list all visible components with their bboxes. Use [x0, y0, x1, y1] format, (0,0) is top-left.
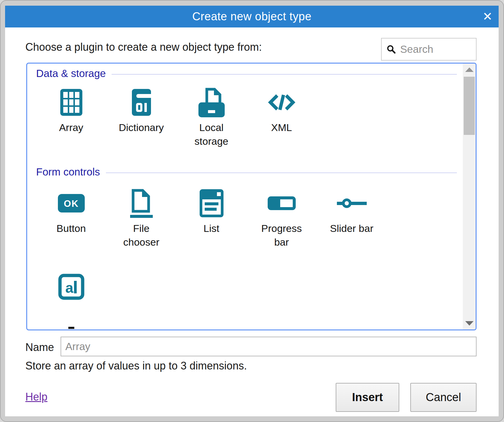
plugin-label: File chooser [115, 222, 168, 249]
close-icon[interactable]: ✕ [483, 10, 493, 22]
cancel-button[interactable]: Cancel [410, 383, 477, 412]
name-input[interactable] [61, 337, 477, 356]
category-label: Form controls [36, 166, 100, 178]
array-icon [60, 89, 82, 116]
plugin-label: List [204, 222, 219, 235]
insert-button[interactable]: Insert [336, 383, 399, 412]
plugin-label: Dictionary [119, 121, 164, 135]
svg-text:OK: OK [64, 198, 79, 209]
plugin-label: Local storage [185, 121, 238, 148]
category-divider-line [106, 173, 457, 173]
plugin-item-text-input[interactable]: a [36, 272, 106, 329]
plugin-item-slider-bar[interactable]: Slider bar [317, 189, 387, 262]
cut-off-label [68, 327, 74, 329]
category-divider-line [112, 74, 457, 75]
plugin-label: Slider bar [330, 222, 374, 235]
plugin-item-dictionary[interactable]: Dictionary [106, 88, 176, 148]
list-scrollbar[interactable] [463, 64, 476, 329]
plugin-item-xml[interactable]: XML [246, 88, 317, 148]
plugin-item-array[interactable]: Array [36, 88, 106, 148]
dialog-title: Create new object type [192, 10, 312, 23]
create-object-dialog: Create new object type ✕ Choose a plugin… [5, 6, 499, 416]
scrollbar-thumb[interactable] [464, 77, 475, 135]
plugin-item-progress-bar[interactable]: Progress bar [246, 189, 317, 262]
scroll-down-icon[interactable] [465, 321, 474, 326]
slider-bar-icon [337, 195, 367, 212]
choose-plugin-prompt: Choose a plugin to create a new object t… [25, 41, 262, 53]
plugin-item-button[interactable]: OK Button [36, 189, 106, 262]
plugin-label: Progress bar [255, 222, 309, 249]
dictionary-icon [132, 89, 151, 116]
name-label: Name [25, 341, 54, 354]
xml-code-icon [267, 93, 296, 112]
plugin-list: Data & storage [26, 63, 477, 330]
search-icon [386, 44, 396, 54]
plugin-label: Button [56, 222, 86, 235]
dialog-window-frame: Create new object type ✕ Choose a plugin… [0, 0, 504, 422]
progress-bar-icon [268, 196, 296, 210]
help-link[interactable]: Help [25, 391, 47, 403]
search-box[interactable] [381, 38, 477, 61]
list-icon [200, 189, 224, 217]
plugin-description: Store an array of values in up to 3 dime… [25, 360, 247, 372]
plugin-list-content: Data & storage [27, 64, 463, 329]
plugin-item-file-chooser[interactable]: File chooser [106, 189, 176, 262]
form-controls-items: OK Button File cho [36, 179, 457, 329]
plugin-item-list[interactable]: List [176, 189, 246, 262]
text-input-icon: a [58, 274, 84, 300]
category-label: Data & storage [36, 67, 106, 79]
svg-text:a: a [65, 280, 73, 296]
dialog-titlebar: Create new object type ✕ [5, 6, 499, 27]
plugin-label: XML [271, 121, 292, 135]
category-header-data-storage: Data & storage [36, 67, 457, 80]
data-storage-items: Array Dictionary [36, 80, 457, 148]
category-header-form-controls: Form controls [36, 165, 457, 179]
button-ok-icon: OK [58, 194, 85, 212]
plugin-label: Array [59, 121, 83, 135]
local-storage-icon [198, 87, 225, 118]
plugin-item-local-storage[interactable]: Local storage [176, 88, 246, 148]
scroll-up-icon[interactable] [465, 67, 474, 72]
search-input[interactable] [400, 43, 476, 56]
file-chooser-icon [129, 189, 154, 218]
